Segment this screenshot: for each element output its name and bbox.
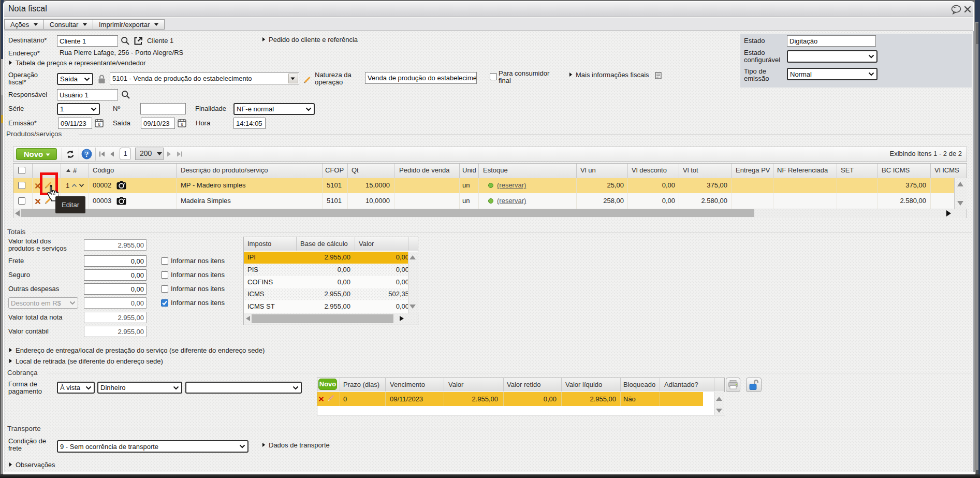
svg-text:8: 8 bbox=[181, 122, 183, 127]
svg-text:8: 8 bbox=[98, 122, 100, 127]
svg-text:?: ? bbox=[85, 151, 89, 158]
